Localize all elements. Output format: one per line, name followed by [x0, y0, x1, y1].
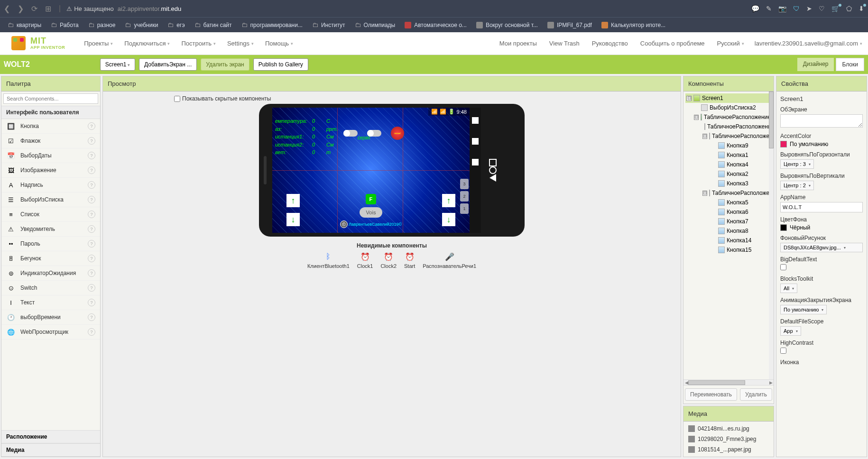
number-button[interactable]: 1 — [460, 203, 469, 214]
prop-bgimage-select[interactable]: DS8qnJiXcAE8gwv.jpg... — [780, 243, 863, 252]
tree-item[interactable]: ⊟ТабличноеРасположение — [685, 112, 772, 122]
rename-button[interactable]: Переименовать — [685, 388, 737, 401]
scrollbar[interactable] — [769, 92, 774, 379]
publish-button[interactable]: Publish to Gallery — [253, 58, 308, 71]
checkbox-1[interactable] — [472, 117, 479, 124]
prop-filescope-select[interactable]: App — [780, 326, 801, 336]
delete-button[interactable]: Удалить — [740, 388, 772, 401]
apps-icon[interactable]: ⊞ — [45, 4, 51, 13]
palette-item[interactable]: ☑Флажок? — [1, 134, 100, 148]
tree-item[interactable]: Кнопка5 — [685, 198, 772, 207]
back-button[interactable]: ❮ — [4, 4, 10, 13]
prop-blocks-select[interactable]: All — [780, 284, 797, 293]
palette-item[interactable]: 🔲Кнопка? — [1, 119, 100, 134]
cart-icon[interactable]: 🛒 — [831, 5, 840, 12]
tree-item[interactable]: Кнопка7 — [685, 217, 772, 226]
screen-select[interactable]: Screen1 — [100, 58, 135, 71]
help-icon[interactable]: ? — [88, 137, 95, 145]
help-icon[interactable]: ? — [88, 122, 95, 130]
url-bar[interactable]: ⚠ Не защищено ai2.appinventor.mit.edu — [66, 5, 746, 12]
invisible-component[interactable]: ⏰Clock2 — [380, 252, 397, 269]
bookmark-item[interactable]: 🗀Институт — [308, 19, 349, 30]
arrow-up-2[interactable]: ↑ — [442, 194, 455, 207]
prop-bgcolor-value[interactable]: Чёрный — [780, 224, 863, 231]
prop-appname-input[interactable] — [780, 202, 863, 212]
menu-item[interactable]: Построить — [181, 40, 215, 47]
palette-section-layout[interactable]: Расположение — [1, 430, 100, 443]
help-icon[interactable]: ? — [88, 299, 95, 306]
arrow-down-2[interactable]: ↓ — [442, 213, 455, 226]
logo[interactable]: MIT APP INVENTOR — [11, 36, 65, 51]
language-select[interactable]: Русский — [717, 40, 744, 47]
palette-item[interactable]: IТекст? — [1, 295, 100, 310]
prop-valign-select[interactable]: Центр : 2 — [780, 181, 814, 190]
help-icon[interactable]: ? — [88, 240, 95, 248]
search-input[interactable] — [3, 93, 98, 104]
help-icon[interactable]: ? — [88, 181, 95, 189]
switch-1[interactable] — [343, 130, 358, 137]
arrow-down-1[interactable]: ↓ — [286, 213, 300, 226]
palette-item[interactable]: ☰ВыборИзСписка? — [1, 193, 100, 207]
shield-icon[interactable]: 🛡 — [793, 5, 800, 12]
show-hidden-checkbox[interactable]: Показывать скрытые компоненты — [174, 95, 271, 102]
tree-item[interactable]: ТабличноеРасположение — [685, 122, 772, 131]
help-icon[interactable]: ? — [88, 152, 95, 159]
bookmark-item[interactable]: 🗀программировани... — [238, 19, 306, 30]
media-item[interactable]: 1081514_...paper.jpg — [685, 444, 772, 455]
view-trash-link[interactable]: View Trash — [549, 40, 582, 47]
user-email[interactable]: lavrentiev.230901.saveliu@gmail.com — [755, 40, 862, 47]
edit-icon[interactable]: ✎ — [766, 5, 772, 12]
guide-link[interactable]: Руководство — [592, 40, 630, 47]
forward-button[interactable]: ❯ — [18, 4, 24, 13]
prop-bigdefault-check[interactable] — [780, 264, 786, 270]
media-item[interactable]: 10298020_Fmne3.jpeg — [685, 434, 772, 444]
tree-toggle[interactable]: ⊟ — [694, 115, 699, 120]
tree-item[interactable]: Кнопка4 — [685, 160, 772, 169]
palette-item[interactable]: ••Пароль? — [1, 237, 100, 251]
home-icon[interactable] — [489, 166, 497, 174]
bookmark-item[interactable]: Автоматическое о... — [401, 20, 471, 30]
help-icon[interactable]: ? — [88, 328, 95, 336]
recent-apps-icon[interactable] — [489, 159, 497, 166]
bookmark-item[interactable]: 🗀Работа — [47, 19, 83, 30]
bookmark-item[interactable]: Вокруг основной т... — [472, 20, 542, 30]
h-scrollbar[interactable]: ◀▶ — [683, 379, 774, 385]
camera-icon[interactable]: 📷 — [778, 5, 786, 12]
invisible-component[interactable]: ⏰Clock1 — [357, 252, 373, 269]
prop-about-input[interactable] — [780, 114, 863, 128]
palette-item[interactable]: 🖼Изображение? — [1, 163, 100, 178]
show-hidden-input[interactable] — [174, 96, 180, 102]
delete-screen-button[interactable]: Удалить экран — [201, 58, 249, 71]
tree-item[interactable]: Кнопка8 — [685, 226, 772, 236]
help-icon[interactable]: ? — [88, 211, 95, 218]
download-icon[interactable]: ⬇ — [859, 5, 864, 12]
tree-item[interactable]: Кнопка1 — [685, 150, 772, 160]
media-item[interactable]: 042148mi...es.ru.jpg — [685, 423, 772, 434]
checkbox-3[interactable] — [472, 159, 479, 165]
tree-item[interactable]: Кнопка3 — [685, 179, 772, 188]
tree-item[interactable]: ⊟ТабличноеРасположение — [685, 131, 772, 141]
menu-item[interactable]: Подключиться — [124, 40, 170, 47]
f-button[interactable]: F — [366, 194, 376, 204]
tree-item[interactable]: ⊟Screen1 — [685, 93, 772, 103]
prop-accent-value[interactable]: По умолчанию — [780, 141, 863, 147]
help-icon[interactable]: ? — [88, 225, 95, 233]
bookmark-item[interactable]: 🗀Олимпиады — [351, 19, 399, 30]
tree-item[interactable]: Кнопка15 — [685, 245, 772, 255]
bookmark-item[interactable]: 🗀егэ — [164, 19, 188, 30]
palette-item[interactable]: AНадпись? — [1, 178, 100, 193]
palette-item[interactable]: ≡Список? — [1, 207, 100, 222]
tree-item[interactable]: Кнопка6 — [685, 207, 772, 217]
palette-item[interactable]: 🎚Бегунок? — [1, 251, 100, 266]
help-icon[interactable]: ? — [88, 269, 95, 277]
tree-toggle[interactable]: ⊟ — [702, 134, 707, 139]
bookmark-item[interactable]: IPMFil_67.pdf — [544, 20, 596, 30]
palette-item[interactable]: 🕐выборВремени? — [1, 310, 100, 325]
help-icon[interactable]: ? — [88, 313, 95, 321]
help-icon[interactable]: ? — [88, 255, 95, 262]
prop-highcontrast-check[interactable] — [780, 348, 786, 354]
tree-item[interactable]: ⊟ТабличноеРасположение — [685, 188, 772, 198]
tree-toggle[interactable]: ⊟ — [686, 96, 692, 101]
bookmark-item[interactable]: 🗀батин сайт — [191, 19, 236, 30]
back-icon[interactable] — [489, 174, 496, 182]
